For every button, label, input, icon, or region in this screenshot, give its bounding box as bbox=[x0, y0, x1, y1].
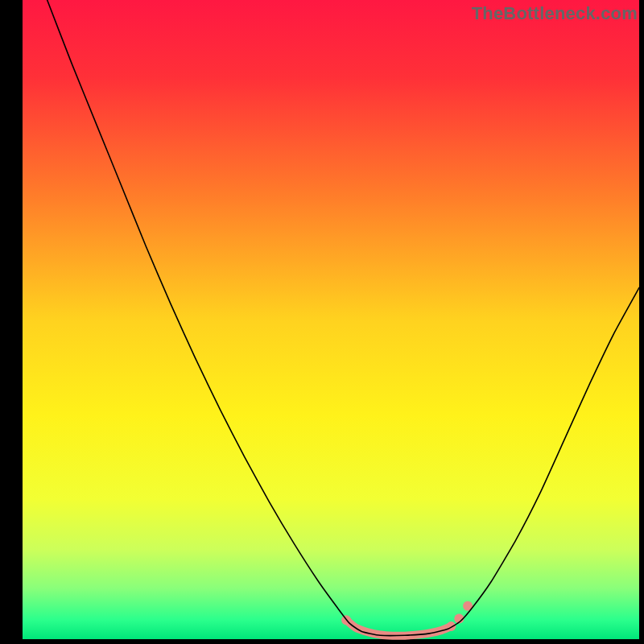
highlight-dot-1 bbox=[446, 621, 456, 631]
bottleneck-chart bbox=[0, 0, 644, 644]
gradient-background bbox=[23, 0, 639, 639]
chart-frame: TheBottleneck.com bbox=[0, 0, 644, 644]
